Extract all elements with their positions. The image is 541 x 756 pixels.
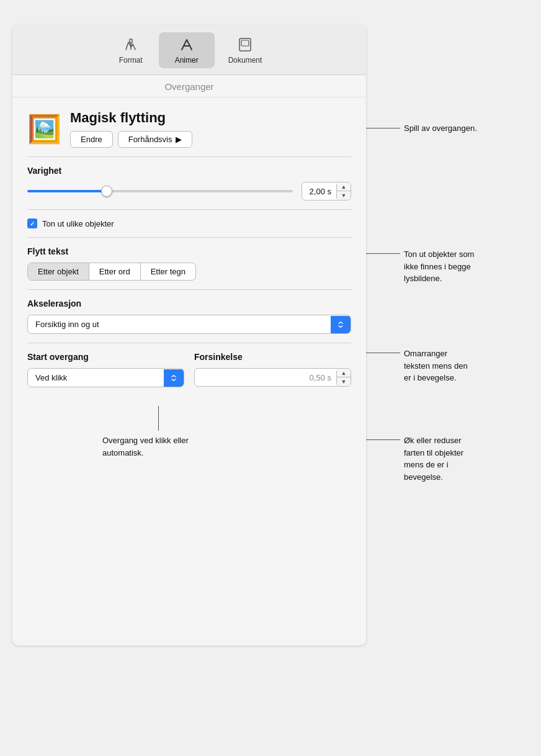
slider-track: [27, 190, 293, 192]
callout-ton-ut: Ton ut objekter som ikke finnes i begge …: [366, 248, 474, 285]
stepper-arrows: ▲ ▼: [337, 182, 351, 200]
magic-icon: 🖼️: [27, 115, 61, 143]
akselerasjon-select[interactable]: Forsiktig inn og ut: [27, 315, 351, 334]
forsinkelse-stepper[interactable]: 0,50 s ▲ ▼: [194, 368, 351, 387]
start-overgang-select[interactable]: Ved klikk: [27, 368, 184, 387]
varighet-section: Varighet 2,00 s ▲ ▼: [27, 166, 351, 200]
seg-etter-objekt[interactable]: Etter objekt: [28, 263, 89, 280]
magic-info: Magisk flytting Endre Forhåndsvis ▶: [70, 110, 192, 148]
ton-ut-checkbox[interactable]: ✓: [27, 218, 37, 228]
start-forsinkelse-row: Start overgang Ved klikk Forsinkelse: [27, 352, 351, 387]
callout-akselerasjon-text: Øk eller reduser farten til objekter men…: [400, 434, 463, 483]
flytt-tekst-label: Flytt tekst: [27, 246, 351, 256]
callout-ton-ut-line: [366, 253, 400, 254]
forsinkelse-down[interactable]: ▼: [337, 377, 351, 386]
endre-button[interactable]: Endre: [70, 131, 113, 148]
callout-flytt-tekst: Omarranger teksten mens den er i bevegel…: [366, 348, 468, 384]
toolbar: Format Animer Dokument: [12, 25, 366, 75]
format-label: Format: [119, 56, 143, 65]
bottom-callout-text: Overgang ved klikk eller automatisk.: [102, 431, 214, 459]
start-overgang-label: Start overgang: [27, 352, 184, 362]
flytt-tekst-control: Etter objekt Etter ord Etter tegn: [27, 263, 196, 281]
inspector-panel: Format Animer Dokument: [12, 25, 366, 646]
akselerasjon-dropdown-arrow[interactable]: [331, 316, 351, 333]
callout-preview-line: [366, 128, 400, 128]
callout-ton-ut-text: Ton ut objekter som ikke finnes i begge …: [400, 248, 474, 285]
animer-label: Animer: [175, 56, 199, 65]
preview-play-icon: ▶: [176, 135, 182, 144]
divider-3: [27, 237, 351, 238]
dokument-label: Dokument: [228, 56, 262, 65]
subtitle-text: Overganger: [164, 81, 213, 92]
magic-title: Magisk flytting: [70, 110, 192, 126]
forsinkelse-value: 0,50 s: [195, 371, 337, 385]
bottom-callout-area: Overgang ved klikk eller automatisk.: [12, 406, 366, 468]
bottom-callout-line: [158, 406, 159, 431]
divider-5: [27, 343, 351, 343]
stepper-up[interactable]: ▲: [337, 182, 351, 191]
akselerasjon-section: Akselerasjon Forsiktig inn og ut: [27, 299, 351, 334]
slider-thumb: [101, 186, 112, 197]
akselerasjon-value: Forsiktig inn og ut: [28, 315, 331, 333]
forsinkelse-stepper-arrows: ▲ ▼: [337, 369, 351, 386]
divider-4: [27, 289, 351, 290]
magic-buttons: Endre Forhåndsvis ▶: [70, 131, 192, 148]
forsinkelse-label: Forsinkelse: [194, 352, 351, 362]
callout-preview-text: Spill av overgangen.: [400, 123, 477, 134]
divider-1: [27, 156, 351, 157]
preview-button[interactable]: Forhåndsvis ▶: [118, 131, 192, 148]
svg-rect-3: [241, 40, 249, 46]
start-overgang-value: Ved klikk: [28, 369, 164, 387]
content-area: 🖼️ Magisk flytting Endre Forhåndsvis ▶ V…: [12, 97, 366, 400]
seg-etter-tegn[interactable]: Etter tegn: [141, 263, 195, 280]
slider-row: 2,00 s ▲ ▼: [27, 182, 351, 200]
slider-container[interactable]: [27, 186, 293, 197]
callout-flytt-tekst-line: [366, 353, 400, 353]
subtitle-bar: Overganger: [12, 75, 366, 97]
seg-etter-ord[interactable]: Etter ord: [89, 263, 141, 280]
akselerasjon-label: Akselerasjon: [27, 299, 351, 308]
dokument-icon: [236, 36, 254, 53]
callout-flytt-tekst-text: Omarranger teksten mens den er i bevegel…: [400, 348, 468, 384]
ton-ut-row: ✓ Ton ut ulike objekter: [27, 218, 351, 228]
format-icon: [122, 36, 140, 53]
format-tab[interactable]: Format: [103, 32, 159, 68]
start-overgang-dropdown-arrow[interactable]: [164, 369, 184, 387]
flytt-tekst-section: Flytt tekst Etter objekt Etter ord Etter…: [27, 246, 351, 281]
divider-2: [27, 209, 351, 210]
animer-tab[interactable]: Animer: [159, 32, 215, 68]
start-overgang-col: Start overgang Ved klikk: [27, 352, 184, 387]
forsinkelse-up[interactable]: ▲: [337, 369, 351, 377]
forsinkelse-col: Forsinkelse 0,50 s ▲ ▼: [194, 352, 351, 387]
varighet-value: 2,00 s: [302, 184, 337, 199]
dokument-tab[interactable]: Dokument: [215, 32, 276, 68]
svg-rect-0: [130, 39, 132, 43]
callout-akselerasjon: Øk eller reduser farten til objekter men…: [366, 434, 463, 483]
callout-akselerasjon-line: [366, 439, 400, 440]
stepper-down[interactable]: ▼: [337, 191, 351, 200]
preview-label: Forhåndsvis: [128, 135, 172, 144]
ton-ut-label: Ton ut ulike objekter: [42, 219, 114, 228]
callout-preview: Spill av overgangen.: [366, 123, 477, 134]
varighet-label: Varighet: [27, 166, 351, 176]
magic-header: 🖼️ Magisk flytting Endre Forhåndsvis ▶: [27, 110, 351, 148]
animer-icon: [178, 36, 195, 53]
varighet-stepper[interactable]: 2,00 s ▲ ▼: [302, 182, 351, 200]
